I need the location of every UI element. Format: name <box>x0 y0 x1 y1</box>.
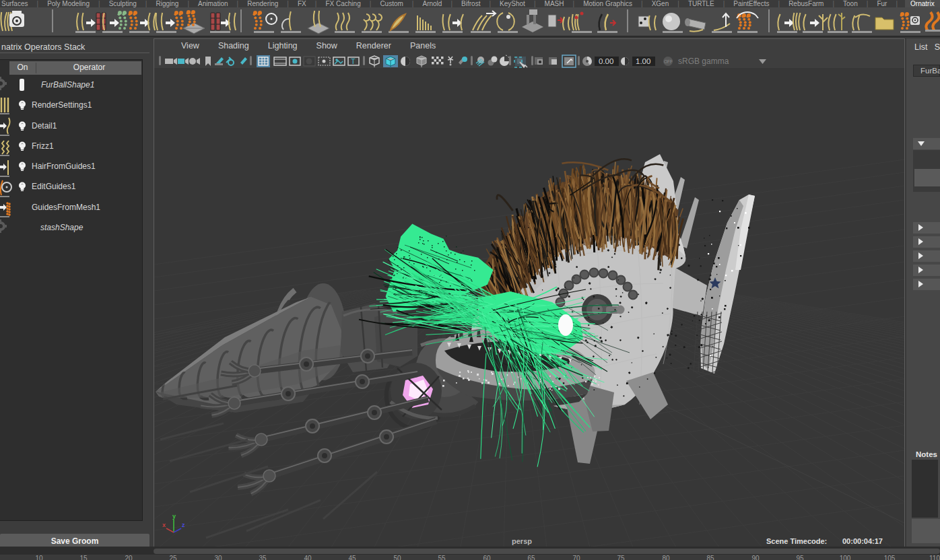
svg-text:OFF: OFF <box>664 59 673 64</box>
svg-text:0.00: 0.00 <box>599 57 613 65</box>
svg-text:sRGB gamma: sRGB gamma <box>678 57 729 66</box>
svg-text:z: z <box>182 522 185 528</box>
svg-text:1.00: 1.00 <box>636 57 650 65</box>
svg-text:00:00:04:17: 00:00:04:17 <box>842 537 883 545</box>
svg-text:T: T <box>351 57 356 65</box>
svg-text:y: y <box>172 513 176 520</box>
svg-text:Scene Timecode:: Scene Timecode: <box>766 537 827 545</box>
svg-text:persp: persp <box>512 537 532 545</box>
svg-text:x: x <box>162 522 166 528</box>
